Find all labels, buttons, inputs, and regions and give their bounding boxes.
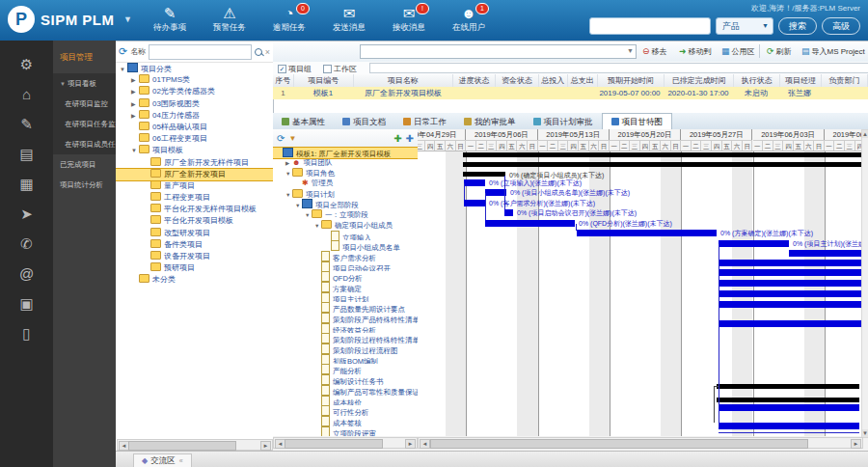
tab-gantt[interactable]: 项目甘特图 xyxy=(602,113,673,129)
sidebar-item[interactable]: 在研项目成员任务均衡 xyxy=(53,134,116,154)
database-icon[interactable]: ▤ xyxy=(0,146,53,163)
gantt-tree-item[interactable]: 产品数量先期设计要点 xyxy=(273,302,418,313)
expander-icon[interactable]: ▶ xyxy=(131,98,139,110)
tab-approve[interactable]: 我的审批单 xyxy=(455,114,525,129)
task-bar[interactable] xyxy=(464,200,485,206)
expander-icon[interactable]: ▶ xyxy=(285,158,292,169)
tree-item[interactable]: 平台化开发无样件项目模板 xyxy=(116,204,273,215)
gantt-tree-item[interactable]: 成本签核 xyxy=(273,416,418,426)
column-header[interactable]: 进度状态 xyxy=(453,74,496,87)
tree-item[interactable]: 原厂全新开发无样件项目 xyxy=(116,157,273,169)
column-header[interactable]: 总投入 xyxy=(539,74,569,87)
public-button[interactable]: ▦公用区 xyxy=(721,44,755,59)
gantt-tree-item[interactable]: 项目小组成员名单 xyxy=(273,240,418,251)
refresh-button[interactable]: ⟳刷新 xyxy=(767,44,792,59)
expander-icon[interactable]: ▼ xyxy=(305,210,312,220)
tree-item[interactable]: 未分类 xyxy=(116,274,273,286)
task-bar[interactable] xyxy=(719,240,789,247)
home-icon[interactable]: ⌂ xyxy=(0,86,53,102)
gantt-tree-item[interactable]: 客户需求分析 xyxy=(273,251,418,261)
tree-item[interactable]: 量产项目 xyxy=(116,180,273,192)
gantt-tree-item[interactable]: 策划阶段过程流程图 xyxy=(273,343,418,354)
toolbar-input[interactable]: ▼ xyxy=(360,44,637,59)
task-bar[interactable] xyxy=(719,290,861,297)
advanced-search-button[interactable]: 高级 xyxy=(822,17,860,35)
task-bar[interactable] xyxy=(464,179,485,186)
tab-prop[interactable]: 基本属性 xyxy=(273,114,334,129)
expander-icon[interactable]: ▼ xyxy=(314,221,321,231)
gantt-tree-item[interactable]: 项目主计划 xyxy=(273,292,418,303)
project-grid-row[interactable]: 1模板1原厂全新开发项目模板2019-05-07 00:002020-01-30… xyxy=(273,87,868,99)
column-header[interactable]: 序号 xyxy=(273,74,294,87)
summary-bar[interactable] xyxy=(463,172,505,177)
task-bar[interactable] xyxy=(719,423,859,429)
tree-item[interactable]: 设备开发项目 xyxy=(116,251,273,262)
scroll-right-icon[interactable]: ► xyxy=(260,441,271,451)
gantt-tree-item[interactable]: 项目启动会议召开 xyxy=(273,261,418,272)
scroll-up-icon[interactable]: ▲ xyxy=(862,130,868,138)
sidebar-item[interactable]: 在研项目监控 xyxy=(53,94,116,114)
tree-item[interactable]: ▼项目分类 xyxy=(116,63,273,74)
sidebar-item[interactable]: ▼项目看板 xyxy=(53,73,116,94)
summary-bar[interactable] xyxy=(463,152,861,157)
import-button[interactable]: ▤导入MS Project xyxy=(801,44,865,59)
gantt-tree-item[interactable]: 成本核价 xyxy=(273,396,418,406)
task-bar[interactable] xyxy=(485,189,506,196)
column-header[interactable]: 负责部门 xyxy=(822,74,868,87)
edit-icon[interactable]: ✎ xyxy=(0,116,53,133)
gantt-tree-item[interactable]: ▼确定项目小组成员 xyxy=(273,220,418,231)
column-header[interactable]: 执行状态 xyxy=(734,74,780,87)
workspace-checkbox[interactable] xyxy=(323,65,332,73)
gantt-filter-icon[interactable]: ▼ xyxy=(288,134,296,143)
tab-work[interactable]: 日常工作 xyxy=(394,114,455,129)
tree-item[interactable]: ▶04压力传感器 xyxy=(116,110,273,122)
task-bar[interactable] xyxy=(577,230,717,236)
gantt-tree-item[interactable]: ▼一：立项阶段 xyxy=(273,209,418,220)
tree-hscrollbar[interactable]: ◄ ► xyxy=(117,439,273,451)
gantt-tree-item[interactable]: ▼项目全部阶段 xyxy=(273,199,418,209)
tree-item[interactable]: 平台化开发项目模板 xyxy=(116,215,273,227)
summary-bar[interactable] xyxy=(717,398,859,402)
expander-icon[interactable]: ▼ xyxy=(285,190,292,200)
tree-item[interactable]: 改型研发项目 xyxy=(116,228,273,239)
task-bar[interactable] xyxy=(719,269,861,276)
scroll-left-icon[interactable]: ◄ xyxy=(420,439,430,449)
expander-icon[interactable]: ▶ xyxy=(131,74,139,86)
global-search-input[interactable] xyxy=(589,17,711,35)
badge-icon[interactable]: ▯ xyxy=(0,325,53,343)
search-scope-select[interactable]: 产品 ▼ xyxy=(716,17,773,35)
tree-item[interactable]: 06工程变更项目 xyxy=(116,133,273,145)
gantt-tree-item[interactable]: 经济效益分析 xyxy=(273,323,418,334)
logo-dropdown-caret-icon[interactable]: ▼ xyxy=(123,14,132,24)
column-header[interactable]: 项目名称 xyxy=(354,74,453,87)
tree-item[interactable]: ▶01TPMS类 xyxy=(116,74,273,86)
task-bar[interactable] xyxy=(485,220,575,227)
tree-item[interactable]: ▶02光学类传感器类 xyxy=(116,86,273,97)
task-bar[interactable] xyxy=(789,250,861,257)
gantt-tree-item[interactable]: ▼项目计划 xyxy=(273,189,418,200)
expander-icon[interactable]: ▼ xyxy=(295,201,302,209)
header-toolbar-send[interactable]: ✉发送消息 xyxy=(319,3,379,40)
project-group-checkbox[interactable]: ✓ xyxy=(278,65,286,73)
tree-item[interactable]: 05样品确认项目 xyxy=(116,122,273,133)
tree-clear-icon[interactable]: × xyxy=(265,47,270,57)
gantt-tree-item[interactable]: 产能分析 xyxy=(273,364,418,374)
task-bar[interactable] xyxy=(719,280,861,287)
communication-area-tab[interactable]: ◆交流区« xyxy=(133,453,192,467)
gantt-refresh-icon[interactable]: ⟳ xyxy=(277,133,285,144)
scroll-right-icon[interactable]: ► xyxy=(851,439,861,449)
column-header[interactable]: 已排定完成时间 xyxy=(665,74,734,87)
gantt-tree-item[interactable]: 策划阶段过程特殊特性清单 xyxy=(273,333,418,343)
tree-item[interactable]: 预研项目 xyxy=(116,262,273,274)
expand-all-icon[interactable]: ✚ xyxy=(393,133,401,144)
chat-icon[interactable]: ✆ xyxy=(0,235,53,253)
column-header[interactable]: 资金状态 xyxy=(496,74,538,87)
summary-bar[interactable] xyxy=(717,384,859,389)
tree-item[interactable]: ▶03国际视图类 xyxy=(116,98,273,110)
gantt-tree-item[interactable]: 编制设计任务书 xyxy=(273,374,418,385)
sidebar-item[interactable]: 在研项目任务监控 xyxy=(53,114,116,134)
task-bar[interactable] xyxy=(719,320,861,327)
expander-icon[interactable]: ▼ xyxy=(120,64,127,75)
header-toolbar-alert[interactable]: ⚠预警任务 xyxy=(200,3,259,40)
task-bar[interactable] xyxy=(719,260,861,266)
